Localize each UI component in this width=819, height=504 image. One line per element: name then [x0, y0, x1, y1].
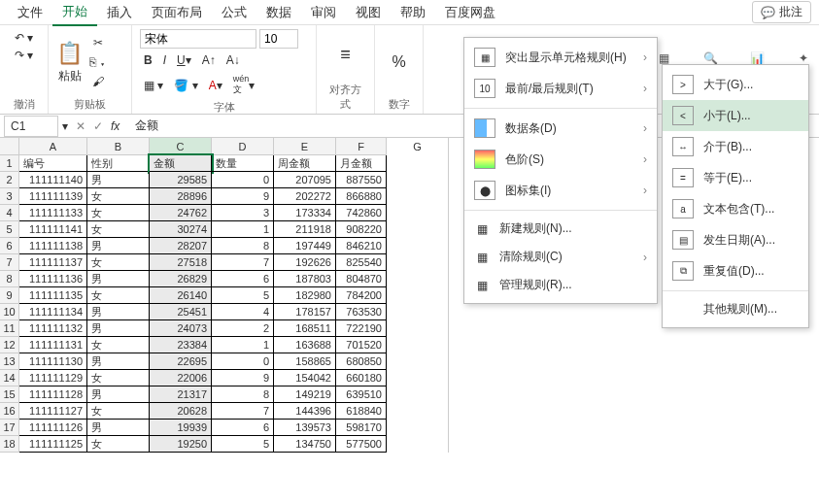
cell[interactable]: 男 [87, 172, 150, 188]
col-header-g[interactable]: G [387, 138, 449, 155]
cell[interactable]: 598170 [336, 420, 387, 436]
cell[interactable]: 男 [87, 238, 150, 254]
phonetic-button[interactable]: wén文 ▾ [229, 72, 259, 98]
cell[interactable]: 111111126 [19, 420, 87, 436]
underline-button[interactable]: U ▾ [173, 51, 195, 69]
rule-equal[interactable]: =等于(E)... [663, 162, 808, 193]
cell[interactable]: 女 [87, 254, 150, 271]
cell[interactable]: 女 [87, 221, 150, 238]
alignment-icon[interactable]: ≡ [340, 29, 351, 81]
cell[interactable]: 111111133 [19, 205, 87, 221]
row-header[interactable]: 11 [0, 320, 19, 337]
col-header-e[interactable]: E [274, 138, 336, 155]
cell[interactable]: 701520 [336, 337, 387, 353]
cell[interactable]: 2 [212, 320, 274, 337]
cell[interactable]: 性别 [87, 155, 150, 172]
cell[interactable]: 周金额 [274, 155, 336, 172]
cell[interactable]: 784200 [336, 287, 387, 304]
cell[interactable]: 24073 [150, 320, 212, 337]
menu-tab-data[interactable]: 数据 [256, 0, 301, 25]
cell[interactable]: 8 [212, 386, 274, 403]
cell[interactable]: 887550 [336, 172, 387, 188]
rule-duplicate-values[interactable]: ⧉重复值(D)... [663, 255, 808, 286]
format-painter-button[interactable]: 🖌 [85, 73, 110, 90]
menu-tab-view[interactable]: 视图 [346, 0, 391, 25]
cell[interactable]: 197449 [274, 238, 336, 254]
menu-tab-insert[interactable]: 插入 [97, 0, 142, 25]
cell[interactable]: 0 [212, 172, 274, 188]
cf-color-scales[interactable]: 色阶(S)› [464, 144, 657, 175]
cell[interactable]: 月金额 [336, 155, 387, 172]
cell[interactable]: 28207 [150, 238, 212, 254]
cell[interactable]: 111111125 [19, 436, 87, 453]
cell[interactable]: 0 [212, 353, 274, 370]
col-header-c[interactable]: C [150, 138, 212, 155]
italic-button[interactable]: I [159, 51, 170, 69]
cell[interactable]: 763530 [336, 304, 387, 320]
font-color-button[interactable]: A ▾ [205, 77, 226, 94]
row-header[interactable]: 9 [0, 287, 19, 304]
cell[interactable]: 742860 [336, 205, 387, 221]
row-header[interactable]: 8 [0, 271, 19, 287]
number-icon[interactable]: % [392, 29, 405, 95]
fx-icon[interactable]: fx [111, 119, 119, 133]
cell[interactable]: 111111128 [19, 386, 87, 403]
cell[interactable]: 178157 [274, 304, 336, 320]
cell[interactable]: 111111139 [19, 188, 87, 205]
cell[interactable]: 139573 [274, 420, 336, 436]
cell[interactable]: 数量 [212, 155, 274, 172]
cell[interactable]: 825540 [336, 254, 387, 271]
cell[interactable]: 26140 [150, 287, 212, 304]
cell[interactable]: 134750 [274, 436, 336, 453]
redo-button[interactable]: ↷ ▾ [8, 47, 40, 64]
cf-icon-sets[interactable]: ⬤ 图标集(I)› [464, 175, 657, 206]
fill-color-button[interactable]: 🪣 ▾ [170, 77, 201, 94]
cell[interactable]: 111111130 [19, 353, 87, 370]
cell[interactable]: 173334 [274, 205, 336, 221]
cell[interactable]: 5 [212, 436, 274, 453]
cell[interactable]: 111111132 [19, 320, 87, 337]
cell[interactable]: 9 [212, 188, 274, 205]
cell[interactable]: 6 [212, 420, 274, 436]
cell[interactable]: 女 [87, 287, 150, 304]
copy-button[interactable]: ⎘ ▾ [85, 53, 110, 71]
row-header[interactable]: 1 [0, 155, 19, 172]
cell[interactable]: 111111127 [19, 403, 87, 420]
cut-button[interactable]: ✂ [85, 34, 110, 51]
cell[interactable]: 618840 [336, 403, 387, 420]
cell[interactable]: 8 [212, 238, 274, 254]
cell[interactable]: 22006 [150, 370, 212, 386]
cell[interactable]: 149219 [274, 386, 336, 403]
cf-manage-rules[interactable]: ▦ 管理规则(R)... [464, 271, 657, 299]
row-header[interactable]: 15 [0, 386, 19, 403]
menu-tab-review[interactable]: 审阅 [301, 0, 346, 25]
cell[interactable]: 女 [87, 370, 150, 386]
menu-tab-pagelayout[interactable]: 页面布局 [142, 0, 212, 25]
cell[interactable]: 女 [87, 188, 150, 205]
row-header[interactable]: 17 [0, 420, 19, 436]
rule-less-than[interactable]: <小于(L)... [663, 100, 808, 131]
cell[interactable]: 20628 [150, 403, 212, 420]
cell[interactable]: 158865 [274, 353, 336, 370]
row-header[interactable]: 14 [0, 370, 19, 386]
cell[interactable]: 27518 [150, 254, 212, 271]
select-all-corner[interactable] [0, 138, 19, 155]
cell[interactable]: 女 [87, 337, 150, 353]
font-name-select[interactable] [140, 29, 256, 49]
cell[interactable]: 1 [212, 221, 274, 238]
cf-data-bars[interactable]: 数据条(D)› [464, 113, 657, 144]
cell[interactable]: 6 [212, 271, 274, 287]
row-header[interactable]: 7 [0, 254, 19, 271]
cell[interactable]: 202272 [274, 188, 336, 205]
undo-button[interactable]: ↶ ▾ [8, 29, 40, 47]
cell[interactable]: 男 [87, 386, 150, 403]
paste-icon[interactable]: 📋 [56, 41, 83, 66]
cell[interactable]: 182980 [274, 287, 336, 304]
cell[interactable]: 111111138 [19, 238, 87, 254]
col-header-a[interactable]: A [19, 138, 87, 155]
cell[interactable]: 男 [87, 271, 150, 287]
borders-button[interactable]: ▦ ▾ [140, 77, 167, 94]
cell[interactable]: 金额 [150, 155, 212, 172]
cell[interactable]: 866880 [336, 188, 387, 205]
cell[interactable]: 111111129 [19, 370, 87, 386]
